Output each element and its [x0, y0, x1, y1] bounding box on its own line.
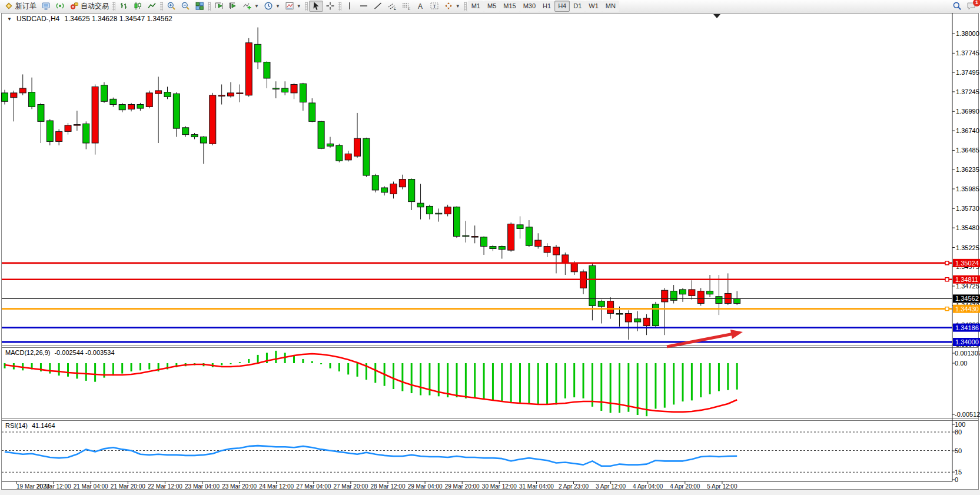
svg-text:24 Mar 12:00: 24 Mar 12:00: [259, 483, 294, 490]
chart-canvas[interactable]: 1.380001.377451.374951.372451.369901.367…: [0, 0, 980, 495]
timeframe-m30-button[interactable]: M30: [520, 1, 539, 12]
svg-text:1.37495: 1.37495: [956, 69, 979, 76]
svg-text:1.36235: 1.36235: [956, 166, 979, 173]
svg-text:21 Mar 04:00: 21 Mar 04:00: [74, 483, 108, 490]
crosshair-icon: [325, 1, 335, 11]
auto-scroll-button[interactable]: [212, 1, 226, 12]
indicators-button[interactable]: ▼: [240, 1, 261, 12]
bar-chart-button[interactable]: [117, 1, 131, 12]
equidistant-channel-button[interactable]: E: [385, 1, 399, 12]
search-button[interactable]: [950, 1, 964, 12]
candlestick-chart-icon: [133, 1, 142, 11]
svg-text:1.36485: 1.36485: [956, 147, 979, 154]
toolbar-grip: [464, 2, 467, 11]
timeframe-m1-button[interactable]: M1: [468, 1, 484, 12]
periods-button[interactable]: ▼: [261, 1, 283, 12]
zoom-out-button[interactable]: [178, 1, 192, 12]
level-handle[interactable]: [945, 307, 949, 311]
svg-text:1.35985: 1.35985: [956, 185, 979, 192]
level-handle[interactable]: [945, 278, 949, 281]
svg-text:3 Apr 12:00: 3 Apr 12:00: [596, 483, 626, 490]
chart-title-bar: ▼ USDCAD-,H4 1.34625 1.34628 1.34547 1.3…: [7, 15, 172, 23]
timeframe-w1-button[interactable]: W1: [585, 1, 602, 12]
svg-text:100: 100: [955, 421, 965, 428]
price-badge-1.35024: 1.35024: [953, 259, 980, 267]
text-button[interactable]: A: [413, 1, 427, 12]
timeframe-bar: M1M5M15M30H1H4D1W1MN: [468, 1, 619, 12]
cursor-button[interactable]: [309, 1, 323, 12]
tile-windows-button[interactable]: [192, 1, 207, 12]
text-label-button[interactable]: T: [427, 1, 441, 12]
line-chart-button[interactable]: [145, 1, 159, 12]
svg-text:T: T: [433, 4, 436, 9]
chart-dropdown-icon[interactable]: ▼: [7, 16, 12, 22]
timeframe-m5-button[interactable]: M5: [484, 1, 500, 12]
svg-text:1.37245: 1.37245: [956, 88, 979, 95]
timeframe-m15-button[interactable]: M15: [500, 1, 519, 12]
zoom-in-button[interactable]: [164, 1, 178, 12]
svg-text:27 Mar 04:00: 27 Mar 04:00: [296, 483, 331, 490]
candlestick-chart-button[interactable]: [131, 1, 145, 12]
zoom-in-icon: [167, 1, 176, 11]
svg-text:A: A: [418, 2, 423, 11]
new-order-icon: [4, 1, 14, 11]
timeframe-h1-button[interactable]: H1: [539, 1, 554, 12]
level-handle[interactable]: [945, 261, 949, 265]
mt4-window: 新订单 自动交易 ▼ ▼ ▼: [0, 0, 980, 495]
chart-ohlc-values: 1.34625 1.34628 1.34547 1.34562: [64, 15, 172, 23]
fibonacci-button[interactable]: F: [399, 1, 413, 12]
signals-button[interactable]: [53, 1, 67, 12]
timeframe-h4-button[interactable]: H4: [554, 1, 570, 12]
svg-text:1.35730: 1.35730: [956, 205, 979, 212]
vertical-line-icon: [345, 1, 354, 11]
svg-text:1.35024: 1.35024: [955, 260, 979, 267]
price-badge-1.34811: 1.34811: [953, 275, 980, 284]
svg-text:-0.005123: -0.005123: [955, 411, 980, 418]
arrows-button[interactable]: ▼: [441, 1, 463, 12]
svg-text:28 Mar 12:00: 28 Mar 12:00: [371, 483, 406, 490]
chevron-down-icon: ▼: [275, 4, 280, 9]
auto-trading-button[interactable]: 自动交易: [67, 1, 111, 12]
signals-icon: [55, 1, 65, 11]
svg-text:27 Mar 20:00: 27 Mar 20:00: [333, 483, 368, 490]
toolbar: 新订单 自动交易 ▼ ▼ ▼: [0, 0, 980, 12]
chart-shift-button[interactable]: [226, 1, 240, 12]
svg-text:1.34725: 1.34725: [956, 283, 979, 290]
svg-text:F: F: [408, 7, 410, 11]
price-badge-1.34000: 1.34000: [953, 338, 980, 346]
price-badge-1.34562: 1.34562: [953, 294, 980, 303]
horizontal-line-icon: [359, 1, 368, 11]
svg-text:1.38000: 1.38000: [956, 30, 979, 37]
arrows-icon: [444, 1, 453, 11]
crosshair-button[interactable]: [323, 1, 337, 12]
terminal-button[interactable]: [39, 1, 53, 12]
svg-text:80: 80: [955, 428, 962, 436]
text-label-icon: T: [430, 1, 439, 11]
templates-button[interactable]: ▼: [283, 1, 304, 12]
horizontal-line-button[interactable]: [357, 1, 371, 12]
text-icon: A: [416, 1, 425, 11]
svg-text:22 Mar 12:00: 22 Mar 12:00: [148, 483, 182, 490]
svg-text:21 Mar 20:00: 21 Mar 20:00: [111, 483, 145, 490]
svg-text:0.001307: 0.001307: [955, 350, 980, 357]
chat-button[interactable]: 1: [964, 1, 978, 12]
timeframe-d1-button[interactable]: D1: [570, 1, 585, 12]
macd-name: MACD(12,26,9): [5, 349, 50, 356]
svg-text:2 Apr 23:00: 2 Apr 23:00: [559, 483, 589, 490]
toolbar-grip: [305, 2, 308, 11]
svg-text:1.34186: 1.34186: [955, 324, 979, 331]
timeframe-mn-button[interactable]: MN: [602, 1, 619, 12]
svg-text:0.00: 0.00: [955, 360, 967, 367]
rsi-value: 41.1464: [32, 422, 55, 429]
svg-text:5 Apr 12:00: 5 Apr 12:00: [707, 483, 738, 490]
new-order-button[interactable]: 新订单: [2, 1, 39, 12]
toolbar-grip: [338, 2, 341, 11]
svg-text:4 Apr 04:00: 4 Apr 04:00: [633, 483, 663, 490]
bar-chart-icon: [119, 1, 128, 11]
trendline-button[interactable]: [371, 1, 385, 12]
line-chart-icon: [147, 1, 157, 11]
chart-symbol-period: USDCAD-,H4: [16, 15, 59, 23]
chevron-down-icon: ▼: [456, 4, 460, 9]
vertical-line-button[interactable]: [343, 1, 357, 12]
fibonacci-icon: F: [401, 1, 411, 11]
